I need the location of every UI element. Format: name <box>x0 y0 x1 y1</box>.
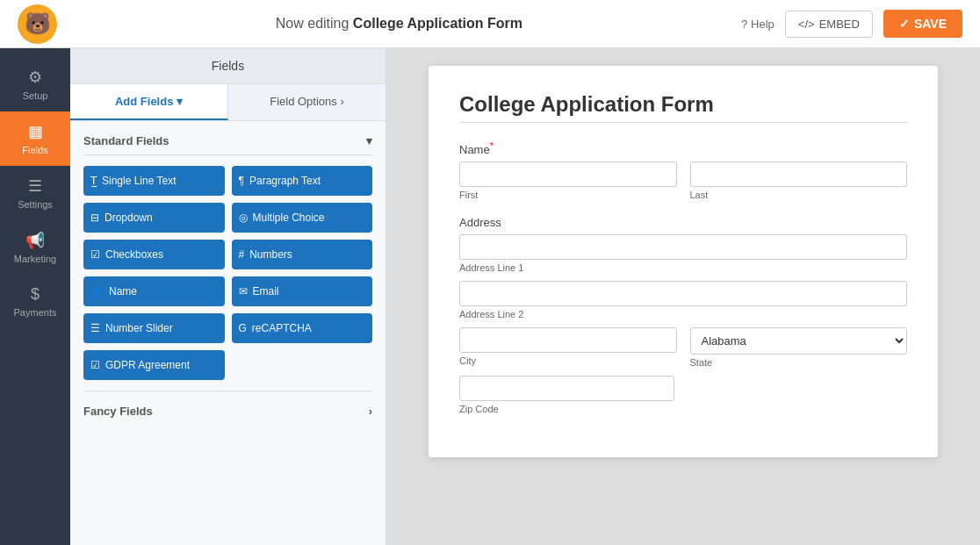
address-label: Address <box>459 216 907 229</box>
tab-field-options[interactable]: Field Options › <box>228 84 386 120</box>
address-line2-label: Address Line 2 <box>459 309 523 319</box>
city-col: City <box>459 327 677 369</box>
email-icon: ✉ <box>239 285 248 298</box>
field-btn-name[interactable]: 👤 Name <box>83 276 225 306</box>
editing-prefix: Now editing <box>276 16 353 31</box>
fields-panel-header: Fields <box>70 48 386 84</box>
app-logo: 🐻 <box>18 4 57 44</box>
name-last-col: Last <box>690 161 908 200</box>
name-first-col: First <box>459 161 677 200</box>
tab-add-fields[interactable]: Add Fields ▾ <box>70 84 228 120</box>
name-last-label: Last <box>690 190 908 200</box>
field-btn-single-line-text[interactable]: T̲ Single Line Text <box>83 166 225 196</box>
sidebar-item-payments[interactable]: $ Payments <box>0 275 70 328</box>
embed-icon: </> <box>798 18 815 31</box>
topbar-actions: ? Help </> EMBED ✓ SAVE <box>741 10 962 38</box>
zip-label: Zip Code <box>459 404 499 414</box>
name-icon: 👤 <box>90 285 104 298</box>
numbers-icon: # <box>239 248 245 261</box>
help-button[interactable]: ? Help <box>741 18 775 31</box>
text-icon: T̲ <box>90 175 97 187</box>
setup-icon: ⚙ <box>28 68 42 87</box>
address-line1-label: Address Line 1 <box>459 262 523 273</box>
field-btn-paragraph-text[interactable]: ¶ Paragraph Text <box>232 166 373 196</box>
editing-title: Now editing College Application Form <box>276 16 522 32</box>
field-btn-number-slider[interactable]: ☰ Number Slider <box>83 313 225 343</box>
fields-tabs: Add Fields ▾ Field Options › <box>70 84 386 121</box>
dropdown-icon: ⊟ <box>90 212 99 224</box>
field-btn-dropdown[interactable]: ⊟ Dropdown <box>83 203 225 233</box>
name-label: Name* <box>459 140 907 156</box>
standard-fields-grid: T̲ Single Line Text ¶ Paragraph Text ⊟ D… <box>83 166 372 380</box>
logo: 🐻 <box>18 4 57 44</box>
field-btn-email[interactable]: ✉ Email <box>232 276 373 306</box>
city-input[interactable] <box>459 327 677 353</box>
checkboxes-icon: ☑ <box>90 248 100 261</box>
slider-icon: ☰ <box>90 322 100 334</box>
form-name: College Application Form <box>353 16 522 31</box>
form-title: College Application Form <box>459 92 907 117</box>
address-line2-input[interactable] <box>459 281 907 306</box>
form-container: College Application Form Name* First Las… <box>429 66 938 457</box>
help-icon: ? <box>741 18 747 31</box>
name-row: First Last <box>459 161 907 200</box>
address-line2-row: Address Line 2 <box>459 281 907 320</box>
fields-icon: ▦ <box>28 122 43 141</box>
address-line1-row: Address Line 1 <box>459 234 907 274</box>
address-line1-input[interactable] <box>459 234 907 260</box>
sidebar-item-setup[interactable]: ⚙ Setup <box>0 57 70 111</box>
chevron-right-icon: › <box>369 405 372 418</box>
sidebar-item-settings[interactable]: ☰ Settings <box>0 166 70 220</box>
fields-panel: Fields Add Fields ▾ Field Options › Stan… <box>70 48 386 545</box>
save-icon: ✓ <box>899 17 910 31</box>
name-last-input[interactable] <box>690 161 908 187</box>
zip-input[interactable] <box>459 376 674 401</box>
name-first-label: First <box>459 190 677 200</box>
recaptcha-icon: G <box>239 322 247 334</box>
standard-fields-header: Standard Fields ▾ <box>83 134 372 155</box>
fields-content: Standard Fields ▾ T̲ Single Line Text ¶ … <box>70 121 386 545</box>
field-btn-multiple-choice[interactable]: ◎ Multiple Choice <box>232 203 373 233</box>
gdpr-icon: ☑ <box>90 359 100 371</box>
state-col: Alabama Alaska Arizona State <box>690 327 908 369</box>
sidebar-nav: ⚙ Setup ▦ Fields ☰ Settings 📢 Marketing … <box>0 48 70 545</box>
name-first-input[interactable] <box>459 161 677 187</box>
save-button[interactable]: ✓ SAVE <box>883 10 962 38</box>
payments-icon: $ <box>31 285 40 304</box>
address-field: Address Address Line 1 Address Line 2 Ci… <box>459 216 907 415</box>
field-btn-recaptcha[interactable]: G reCAPTCHA <box>232 313 373 343</box>
state-select[interactable]: Alabama Alaska Arizona <box>690 327 908 355</box>
multiple-choice-icon: ◎ <box>239 212 248 224</box>
zip-row: Zip Code <box>459 376 674 415</box>
city-state-row: City Alabama Alaska Arizona State <box>459 327 907 369</box>
paragraph-icon: ¶ <box>239 175 244 187</box>
field-btn-numbers[interactable]: # Numbers <box>232 240 373 269</box>
field-btn-checkboxes[interactable]: ☑ Checkboxes <box>83 240 225 269</box>
fancy-fields-header[interactable]: Fancy Fields › <box>83 400 372 422</box>
state-label: State <box>690 357 713 368</box>
fancy-fields-section: Fancy Fields › <box>83 391 372 422</box>
form-divider <box>459 122 907 123</box>
marketing-icon: 📢 <box>25 231 45 250</box>
form-preview: College Application Form Name* First Las… <box>386 48 980 545</box>
settings-icon: ☰ <box>28 176 42 196</box>
sidebar-item-marketing[interactable]: 📢 Marketing <box>0 220 70 275</box>
sidebar-item-fields[interactable]: ▦ Fields <box>0 111 70 166</box>
name-field: Name* First Last <box>459 140 907 200</box>
embed-button[interactable]: </> EMBED <box>785 11 873 38</box>
topbar: 🐻 Now editing College Application Form ?… <box>0 0 980 48</box>
chevron-down-icon: ▾ <box>366 134 372 147</box>
field-btn-gdpr[interactable]: ☑ GDPR Agreement <box>83 350 225 380</box>
main-layout: ⚙ Setup ▦ Fields ☰ Settings 📢 Marketing … <box>0 48 980 545</box>
city-label: City <box>459 355 476 366</box>
